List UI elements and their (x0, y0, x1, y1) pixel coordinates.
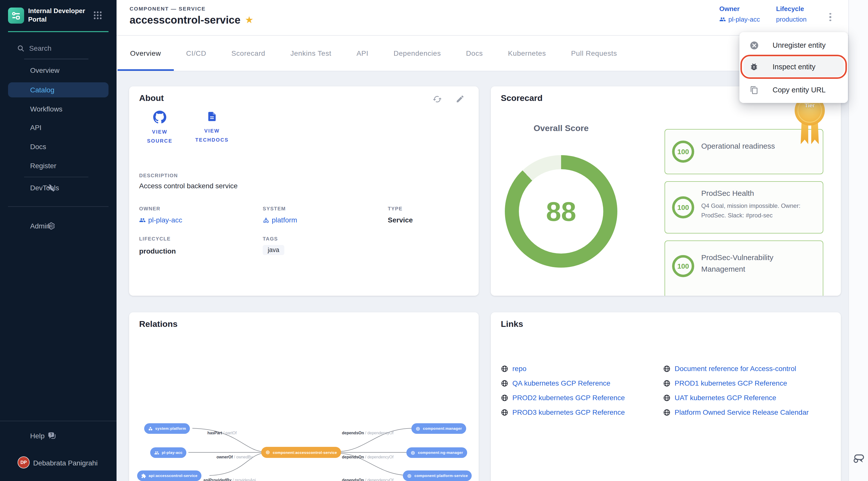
tier-badge-label: Tier (794, 102, 825, 108)
tab-pull-requests[interactable]: Pull Requests (559, 36, 630, 71)
sidebar-item-docs[interactable]: Docs (0, 140, 117, 153)
refresh-icon[interactable] (433, 94, 442, 106)
score-item-title: ProdSec-Vulnerability Management (701, 252, 800, 275)
sidebar-item-label: Catalog (30, 86, 55, 94)
owner-value: pl-play-acc (728, 15, 760, 23)
tab-jenkins-test[interactable]: Jenkins Test (278, 36, 344, 71)
avatar[interactable]: DP (18, 456, 30, 469)
tab-scorecard[interactable]: Scorecard (219, 36, 278, 71)
score-value-badge: 100 (672, 196, 694, 218)
relation-node-api-accesscontrol-service[interactable]: api:accesscontrol-service (137, 471, 202, 481)
feedback-chat-icon[interactable] (852, 452, 866, 468)
svg-text:?: ? (50, 432, 52, 437)
sidebar-item-catalog[interactable]: Catalog (8, 82, 108, 97)
relation-node-component-manager[interactable]: component:manager (411, 423, 466, 434)
menu-item-label: Copy entity URL (773, 86, 826, 94)
sidebar-item-help[interactable]: ? Help (0, 429, 117, 442)
score-item-prodsec-vulnerability[interactable]: 100 ProdSec-Vulnerability Management (664, 241, 823, 296)
tab-docs[interactable]: Docs (454, 36, 496, 71)
view-source-link[interactable]: VIEW SOURCE (141, 110, 178, 146)
relation-node-component-ng-manager[interactable]: component:ng-manager (406, 447, 467, 458)
edge-label: ownerOf / ownedBy (202, 455, 267, 459)
link-prod3-k8s[interactable]: PROD3 kubernetes GCP Reference (501, 408, 625, 416)
scroll-gutter[interactable] (848, 0, 868, 481)
relation-node-pl-play-acc[interactable]: pl-play-acc (150, 447, 187, 458)
tab-api[interactable]: API (344, 36, 381, 71)
menu-item-inspect-entity[interactable]: Inspect entity (743, 57, 844, 77)
system-field-link[interactable]: platform (263, 216, 297, 224)
owner-field-link[interactable]: pl-play-acc (139, 216, 182, 224)
score-item-prodsec-health[interactable]: 100 ProdSec Health Q4 Goal, mission impo… (664, 181, 823, 233)
score-item-title: Operational readiness (701, 141, 775, 150)
link-release-calendar[interactable]: Platform Owned Service Release Calendar (663, 408, 809, 416)
sidebar-item-overview[interactable]: Overview (0, 64, 117, 77)
sidebar-item-workflows[interactable]: Workflows (0, 102, 117, 116)
bug-icon (748, 62, 760, 71)
link-repo[interactable]: repo (501, 364, 526, 373)
sidebar-item-register[interactable]: Register (0, 159, 117, 172)
page-title: accesscontrol-service ★ (130, 14, 253, 26)
relation-node-component-accesscontrol-service[interactable]: component:accesscontrol-service (261, 447, 341, 458)
about-quick-links: VIEW SOURCE VIEW TECHDOCS (141, 110, 230, 146)
link-uat-k8s[interactable]: UAT kubernetes GCP Reference (663, 394, 776, 402)
tier-badge: Tier (794, 95, 825, 146)
tab-overview[interactable]: Overview (118, 36, 174, 71)
link-doc-reference[interactable]: Document reference for Access-control (663, 364, 796, 373)
sidebar-item-label: Docs (30, 142, 46, 151)
tags-field-label: TAGS (263, 236, 278, 242)
sidebar-item-api[interactable]: API (0, 121, 117, 134)
sidebar-item-devtools[interactable]: DevTools (0, 181, 117, 194)
sidebar-item-label: Register (30, 162, 56, 170)
link-prod2-k8s[interactable]: PROD2 kubernetes GCP Reference (501, 394, 625, 402)
entity-more-menu-button[interactable] (826, 8, 835, 26)
app-logo[interactable] (8, 7, 24, 24)
view-techdocs-link[interactable]: VIEW TECHDOCS (193, 110, 230, 146)
sidebar-item-label: Help (30, 432, 45, 440)
globe-icon (663, 409, 671, 416)
about-card-title: About (139, 93, 164, 103)
score-value-badge: 100 (672, 255, 694, 277)
menu-item-unregister-entity[interactable]: Unregister entity (743, 35, 844, 55)
system-icon (263, 217, 269, 223)
score-item-subtitle: Q4 Goal, mission impossible. Owner: Prod… (701, 201, 808, 220)
owner-field-label: OWNER (139, 206, 160, 212)
tab-cicd[interactable]: CI/CD (174, 36, 219, 71)
sidebar: Internal Developer Portal Search Overvie… (0, 0, 117, 481)
github-icon (153, 110, 166, 124)
chip-icon (410, 450, 415, 455)
relation-node-system-platform[interactable]: system:platform (144, 423, 190, 434)
tab-kubernetes[interactable]: Kubernetes (496, 36, 559, 71)
score-items: 100 Operational readiness 100 ProdSec He… (664, 129, 823, 296)
entity-name: accesscontrol-service (130, 14, 240, 26)
menu-item-copy-entity-url[interactable]: Copy entity URL (743, 80, 844, 100)
search-placeholder: Search (29, 44, 52, 52)
edit-pencil-icon[interactable] (456, 94, 465, 105)
sidebar-item-label: Workflows (30, 105, 63, 113)
globe-icon (501, 365, 508, 372)
app-title: Internal Developer Portal (28, 7, 87, 24)
tag-chip[interactable]: java (263, 245, 284, 255)
group-icon (139, 217, 146, 223)
apps-grid-icon[interactable] (93, 11, 102, 22)
lifecycle-value: production (776, 15, 806, 23)
owner-link[interactable]: pl-play-acc (719, 15, 760, 23)
puzzle-icon (141, 473, 146, 478)
lifecycle-field-value: production (139, 247, 176, 255)
edge-label: hasPart / partOf (189, 431, 255, 435)
sidebar-divider (0, 421, 117, 421)
relation-node-component-platform-service[interactable]: component:platform-service (403, 471, 472, 481)
entity-context-menu: Unregister entity Inspect entity Copy en… (739, 32, 848, 103)
chip-icon (265, 450, 270, 455)
owner-meta: Owner pl-play-acc (719, 5, 760, 23)
wrench-icon (47, 184, 55, 192)
globe-icon (663, 394, 671, 402)
sidebar-item-admin[interactable]: Admin (0, 219, 117, 232)
link-qa-k8s[interactable]: QA kubernetes GCP Reference (501, 379, 610, 387)
user-name: Debabrata Panigrahi (33, 459, 98, 467)
system-icon (148, 426, 153, 431)
sidebar-search[interactable]: Search (17, 44, 52, 52)
favorite-star-icon[interactable]: ★ (245, 14, 253, 25)
link-prod1-k8s[interactable]: PROD1 kubernetes GCP Reference (663, 379, 787, 387)
tab-dependencies[interactable]: Dependencies (381, 36, 454, 71)
search-underline (24, 59, 88, 59)
